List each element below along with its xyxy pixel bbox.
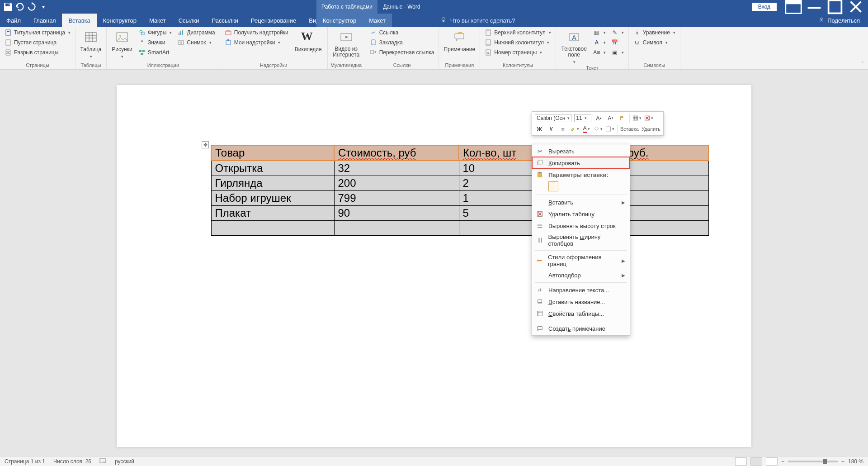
- status-spellcheck-icon[interactable]: [99, 457, 107, 465]
- status-page[interactable]: Страница 1 из 1: [5, 458, 45, 465]
- highlight-icon[interactable]: ▾: [570, 124, 579, 133]
- symbol-button[interactable]: ΩСимвол▾: [632, 38, 677, 47]
- table-row[interactable]: Набор игрушек7991799: [211, 191, 708, 206]
- quickparts-button[interactable]: ▦▾: [591, 28, 608, 37]
- tab-insert[interactable]: Вставка: [62, 14, 96, 27]
- chart-button[interactable]: Диаграмма: [175, 28, 217, 37]
- tell-me-search[interactable]: Что вы хотите сделать?: [434, 14, 522, 27]
- table-row[interactable]: Плакат905450: [211, 206, 708, 221]
- tab-design[interactable]: Конструктор: [97, 14, 143, 27]
- header-cell[interactable]: Товар: [211, 145, 334, 161]
- qat-customize-icon[interactable]: ▾: [38, 1, 49, 12]
- link-button[interactable]: Ссылка: [368, 28, 436, 37]
- smartart-button[interactable]: SmartArt: [137, 48, 174, 57]
- zoom-out-icon[interactable]: −: [781, 458, 784, 465]
- ctx-border-styles[interactable]: Стили оформления границ▶: [532, 252, 630, 269]
- icons-button[interactable]: Значки: [137, 38, 174, 47]
- status-word-count[interactable]: Число слов: 26: [53, 458, 91, 465]
- crossref-button[interactable]: Перекрестная ссылка: [368, 48, 436, 57]
- datetime-button[interactable]: 📅: [609, 38, 626, 47]
- zoom-thumb[interactable]: [823, 459, 827, 464]
- share-button[interactable]: Поделиться: [810, 14, 868, 27]
- minimize-icon[interactable]: [804, 0, 825, 14]
- sign-in-button[interactable]: Вход: [752, 3, 777, 11]
- header-cell[interactable]: Стоимость, руб: [334, 145, 459, 161]
- ctx-insert[interactable]: Вставить▶: [532, 196, 630, 208]
- blank-page-button[interactable]: Пустая страница: [3, 38, 72, 47]
- align-icon[interactable]: ≡: [558, 124, 567, 133]
- ctx-autofit[interactable]: Автоподбор▶: [532, 269, 630, 281]
- table-row[interactable]: Открытка3210320: [211, 161, 708, 176]
- view-read-mode[interactable]: [735, 457, 747, 466]
- close-icon[interactable]: [845, 0, 866, 14]
- tab-layout[interactable]: Макет: [143, 14, 172, 27]
- shapes-button[interactable]: Фигуры▾: [137, 28, 174, 37]
- my-addins-button[interactable]: Мои надстройки▾: [223, 38, 290, 47]
- grow-font-icon[interactable]: A▴: [594, 114, 603, 123]
- ribbon-display-icon[interactable]: [783, 0, 804, 14]
- ctx-delete-table[interactable]: Удалить таблицу: [532, 208, 630, 220]
- bold-icon[interactable]: Ж: [535, 124, 544, 133]
- shading-icon[interactable]: ▾: [594, 124, 603, 133]
- ctx-copy[interactable]: Копировать: [532, 157, 630, 169]
- table-move-handle[interactable]: ✥: [202, 141, 209, 148]
- wordart-button[interactable]: A▾: [591, 38, 608, 47]
- tab-table-layout[interactable]: Макет: [363, 14, 392, 27]
- font-color-icon[interactable]: A▾: [582, 124, 591, 133]
- online-video-button[interactable]: Видео из Интернета: [330, 28, 362, 58]
- insert-table-mini-icon[interactable]: ▾: [632, 114, 642, 123]
- tab-file[interactable]: Файл: [0, 14, 27, 27]
- font-size-combo[interactable]: 11▾: [574, 114, 591, 122]
- pictures-button[interactable]: Рисунки▾: [109, 28, 135, 59]
- borders-icon[interactable]: ▾: [605, 124, 614, 133]
- textbox-button[interactable]: A Текстовое поле▾: [559, 28, 590, 64]
- ctx-text-direction[interactable]: llНаправление текста...: [532, 284, 630, 296]
- font-family-combo[interactable]: Calibri (Осн▾: [535, 114, 571, 122]
- tab-table-design[interactable]: Конструктор: [316, 14, 363, 27]
- zoom-level[interactable]: 180 %: [848, 458, 863, 465]
- ctx-insert-caption[interactable]: Вставить название...: [532, 296, 630, 308]
- undo-icon[interactable]: [14, 1, 25, 12]
- tab-references[interactable]: Ссылки: [172, 14, 206, 27]
- bookmark-button[interactable]: Закладка: [368, 38, 436, 47]
- ctx-table-properties[interactable]: Свойства таблицы...: [532, 308, 630, 319]
- zoom-slider[interactable]: [788, 461, 838, 462]
- page-number-button[interactable]: #Номер страницы▾: [483, 48, 552, 57]
- cover-page-button[interactable]: Титульная страница▾: [3, 28, 72, 37]
- equation-button[interactable]: πУравнение▾: [632, 28, 677, 37]
- delete-table-mini-icon[interactable]: ▾: [644, 114, 653, 123]
- table-button[interactable]: Таблица▾: [78, 28, 104, 59]
- tab-home[interactable]: Главная: [27, 14, 62, 27]
- italic-icon[interactable]: К: [547, 124, 556, 133]
- view-web-layout[interactable]: [766, 457, 778, 466]
- ctx-distribute-cols[interactable]: Выровнять ширину столбцов: [532, 232, 630, 249]
- tab-review[interactable]: Рецензирование: [245, 14, 302, 27]
- ctx-cut[interactable]: ✂Вырезать: [532, 145, 630, 157]
- collapse-ribbon-icon[interactable]: ˆ: [862, 61, 863, 67]
- object-button[interactable]: ▣▾: [609, 48, 626, 57]
- zoom-in-icon[interactable]: +: [841, 458, 844, 465]
- footer-button[interactable]: Нижний колонтитул▾: [483, 38, 552, 47]
- page-break-button[interactable]: Разрыв страницы: [3, 48, 72, 57]
- status-language[interactable]: русский: [115, 458, 134, 465]
- table-row[interactable]: Гирлянда2002400: [211, 176, 708, 191]
- format-painter-icon[interactable]: [618, 114, 627, 123]
- shrink-font-icon[interactable]: A▾: [606, 114, 615, 123]
- dropcap-button[interactable]: A≡▾: [591, 48, 608, 57]
- header-button[interactable]: Верхний колонтитул▾: [483, 28, 552, 37]
- screenshot-button[interactable]: Снимок▾: [175, 38, 217, 47]
- ctx-new-comment[interactable]: Создать примечание: [532, 323, 630, 334]
- table-header-row[interactable]: Товар Стоимость, руб Кол-во, шт Сумма, р…: [211, 145, 708, 161]
- maximize-icon[interactable]: [825, 0, 845, 14]
- tab-mailings[interactable]: Рассылки: [205, 14, 244, 27]
- view-print-layout[interactable]: [750, 457, 762, 466]
- paste-keep-source-icon[interactable]: [548, 181, 558, 191]
- redo-icon[interactable]: [26, 1, 37, 12]
- wikipedia-button[interactable]: W Википедия: [292, 28, 325, 52]
- get-addins-button[interactable]: Получить надстройки: [223, 28, 290, 37]
- save-icon[interactable]: [3, 1, 14, 12]
- signature-button[interactable]: ✎▾: [609, 28, 626, 37]
- table-total-row[interactable]: Итого:: [211, 221, 708, 236]
- data-table[interactable]: Товар Стоимость, руб Кол-во, шт Сумма, р…: [211, 145, 709, 236]
- comment-button[interactable]: Примечание: [442, 28, 477, 52]
